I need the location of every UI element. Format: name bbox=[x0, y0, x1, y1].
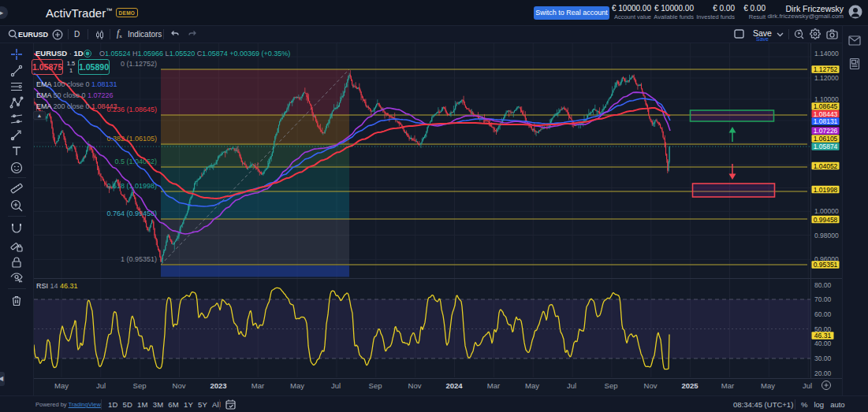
svg-text:1.08645: 1.08645 bbox=[814, 102, 838, 110]
svg-text:Mar: Mar bbox=[721, 381, 734, 390]
svg-text:0 (1.12752): 0 (1.12752) bbox=[121, 60, 157, 68]
svg-text:Jul: Jul bbox=[803, 381, 812, 390]
svg-text:0.95351: 0.95351 bbox=[814, 261, 838, 269]
svg-text:May: May bbox=[54, 381, 69, 390]
svg-text:1.08443: 1.08443 bbox=[814, 110, 838, 118]
svg-text:Mar: Mar bbox=[251, 381, 264, 390]
svg-text:1.05874: 1.05874 bbox=[814, 143, 838, 150]
svg-text:1.07226: 1.07226 bbox=[814, 127, 838, 135]
svg-text:1.08131: 1.08131 bbox=[814, 117, 838, 125]
svg-text:1.01998: 1.01998 bbox=[814, 186, 838, 194]
svg-text:46.31: 46.31 bbox=[814, 332, 832, 340]
svg-text:May: May bbox=[525, 381, 539, 390]
svg-text:70.00: 70.00 bbox=[814, 295, 832, 303]
svg-text:1.14000: 1.14000 bbox=[814, 50, 839, 58]
svg-text:30.00: 30.00 bbox=[814, 354, 832, 362]
svg-text:2024: 2024 bbox=[445, 381, 463, 390]
svg-text:May: May bbox=[761, 381, 775, 390]
svg-text:Mar: Mar bbox=[487, 381, 500, 390]
svg-text:0.99458: 0.99458 bbox=[814, 216, 838, 224]
svg-text:Sep: Sep bbox=[605, 381, 618, 390]
svg-text:Sep: Sep bbox=[369, 381, 382, 390]
svg-text:Sep: Sep bbox=[133, 381, 147, 390]
svg-text:20.00: 20.00 bbox=[814, 369, 832, 377]
svg-text:1.12752: 1.12752 bbox=[814, 65, 838, 73]
svg-text:Nov: Nov bbox=[173, 381, 186, 390]
svg-text:1.06105: 1.06105 bbox=[814, 135, 838, 143]
svg-text:Nov: Nov bbox=[408, 381, 422, 390]
svg-text:0.382 (1.06105): 0.382 (1.06105) bbox=[106, 135, 157, 143]
svg-text:2025: 2025 bbox=[681, 381, 698, 390]
svg-text:Nov: Nov bbox=[644, 381, 658, 390]
svg-text:60.00: 60.00 bbox=[814, 310, 832, 318]
svg-text:1.04052: 1.04052 bbox=[814, 162, 838, 170]
svg-text:Jul: Jul bbox=[331, 381, 341, 390]
svg-text:Jul: Jul bbox=[96, 381, 106, 390]
svg-text:1.12000: 1.12000 bbox=[814, 74, 839, 82]
svg-text:2023: 2023 bbox=[210, 381, 226, 390]
svg-text:80.00: 80.00 bbox=[814, 281, 832, 289]
svg-text:Jul: Jul bbox=[567, 381, 576, 390]
svg-text:1.00000: 1.00000 bbox=[814, 207, 839, 215]
svg-text:0.98000: 0.98000 bbox=[814, 232, 839, 239]
svg-text:40.00: 40.00 bbox=[814, 340, 832, 347]
svg-text:1 (0.95351): 1 (0.95351) bbox=[121, 255, 157, 263]
svg-text:May: May bbox=[290, 381, 304, 390]
